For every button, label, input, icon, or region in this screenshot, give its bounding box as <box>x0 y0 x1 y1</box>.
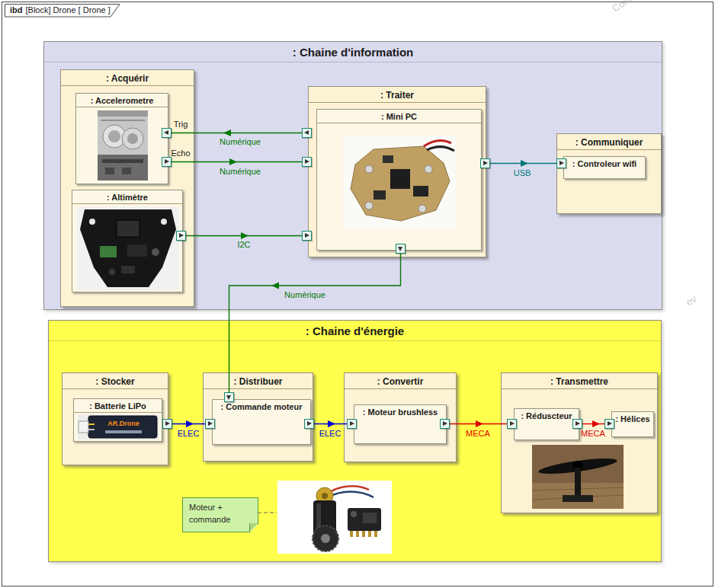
convertir-title: : Convertir <box>345 373 456 389</box>
link-label-numerique-trig: Numérique <box>206 137 274 146</box>
acquerir-title: : Acquérir <box>61 70 194 86</box>
distribuer-title: : Distribuer <box>204 373 313 389</box>
block-commande-moteur[interactable]: : Commande moteur <box>212 399 311 445</box>
note-moteur-commande[interactable]: Moteur + commande <box>182 497 258 532</box>
note-text: Moteur + commande <box>189 503 230 524</box>
battery-photo: AR.Drone <box>78 414 159 439</box>
altimetre-title: : Altimètre <box>72 190 182 204</box>
reducteur-title: : Réduscteur <box>515 409 579 422</box>
link-label-numerique-down: Numérique <box>274 290 335 299</box>
block-accelerometre[interactable]: : Accelerometre <box>75 93 168 184</box>
port-i2c-sensor[interactable] <box>176 231 186 241</box>
port-meca-moteur-out[interactable] <box>440 419 450 429</box>
port-usb-wifi[interactable] <box>556 158 566 168</box>
batterie-lipo-title: : Batterie LiPo <box>74 399 162 413</box>
port-elec-commande-out[interactable] <box>304 419 314 429</box>
port-usb-pc[interactable] <box>480 158 490 168</box>
block-distribuer[interactable]: : Distribuer : Commande moteur <box>203 372 313 462</box>
port-elec-stocker[interactable] <box>162 419 172 429</box>
battery-photo-icon: AR.Drone <box>78 414 159 439</box>
stocker-title: : Stocker <box>63 373 168 389</box>
accelerometer-photo <box>98 110 148 181</box>
mini-pc-photo-icon <box>343 136 456 228</box>
battery-brand-label: AR.Drone <box>107 420 139 427</box>
chaine-energie-title: : Chaine d'énergie <box>49 321 661 341</box>
altimeter-photo-icon <box>77 206 179 290</box>
tab-title: [Block] Drone [ Drone ] <box>26 5 111 14</box>
block-helices[interactable]: : Hélices <box>611 411 654 437</box>
block-batterie-lipo[interactable]: : Batterie LiPo AR.Drone <box>73 398 162 442</box>
port-meca-helices-in[interactable] <box>604 419 614 429</box>
port-i2c-pc[interactable] <box>302 231 312 241</box>
motor-photo-icon <box>277 481 392 554</box>
block-chaine-energie[interactable]: : Chaine d'énergie : Stocker : Batterie … <box>48 320 662 562</box>
block-altimetre[interactable]: : Altimètre <box>72 190 183 292</box>
block-traiter[interactable]: : Traiter : Mini PC <box>308 86 486 257</box>
port-meca-reducteur-in[interactable] <box>507 419 517 429</box>
tab-keyword: ibd <box>10 5 23 14</box>
traiter-title: : Traiter <box>309 87 486 103</box>
link-label-meca-2: MECA <box>570 429 616 438</box>
block-stocker[interactable]: : Stocker : Batterie LiPo AR.Drone <box>62 372 168 465</box>
link-label-i2c: I2C <box>217 240 271 249</box>
accelerometre-title: : Accelerometre <box>76 94 168 107</box>
link-label-meca-1: MECA <box>455 429 501 438</box>
link-label-echo: Echo <box>168 149 194 158</box>
link-label-trig: Trig <box>168 120 194 129</box>
port-echo-sensor[interactable] <box>162 157 172 167</box>
port-elec-moteur-in[interactable] <box>347 419 357 429</box>
mini-pc-title: : Mini PC <box>317 110 481 123</box>
block-moteur-brushless[interactable]: : Moteur brushless <box>354 404 447 444</box>
link-label-numerique-echo: Numérique <box>206 167 274 176</box>
port-echo-pc[interactable] <box>302 157 312 167</box>
note-fold-icon <box>249 523 258 532</box>
block-transmettre[interactable]: : Transmettre : Réduscteur : Hélices <box>501 372 658 513</box>
block-convertir[interactable]: : Convertir : Moteur brushless <box>344 372 457 462</box>
mini-pc-photo <box>343 136 456 228</box>
helices-title: : Hélices <box>612 412 653 425</box>
altimeter-photo <box>77 206 179 290</box>
controleur-wifi-title: : Controleur wifi <box>564 157 645 170</box>
block-controleur-wifi[interactable]: : Controleur wifi <box>563 156 646 179</box>
block-communiquer[interactable]: : Communiquer : Controleur wifi <box>556 133 662 214</box>
port-trig-sensor[interactable] <box>162 128 172 138</box>
port-numerique-pc[interactable] <box>396 244 406 254</box>
diagram-canvas: ibd[Block] Drone [ Drone ] Commercial ev… <box>0 0 715 588</box>
port-trig-pc[interactable] <box>302 128 312 138</box>
communiquer-title: : Communiquer <box>557 134 661 150</box>
link-label-elec-1: ELEC <box>165 429 211 438</box>
accelerometer-photo-icon <box>98 110 148 181</box>
block-chaine-information[interactable]: : Chaine d'information : Acquérir : Acce… <box>43 41 662 310</box>
transmettre-title: : Transmettre <box>502 373 657 389</box>
moteur-brushless-title: : Moteur brushless <box>354 405 446 418</box>
propeller-photo-icon <box>532 445 624 509</box>
propeller-photo <box>532 445 624 509</box>
motor-photo <box>277 481 392 554</box>
port-elec-commande-in[interactable] <box>205 419 215 429</box>
block-mini-pc[interactable]: : Mini PC <box>316 109 482 251</box>
port-numerique-commande[interactable] <box>224 392 234 402</box>
port-meca-reducteur-out[interactable] <box>572 419 582 429</box>
chaine-information-title: : Chaine d'information <box>44 42 662 62</box>
link-label-usb: USB <box>495 168 549 177</box>
block-acquerir[interactable]: : Acquérir : Accelerometre <box>60 69 194 307</box>
link-label-elec-2: ELEC <box>307 429 353 438</box>
tab-label: ibd[Block] Drone [ Drone ] <box>10 5 111 14</box>
diagram-tab: ibd[Block] Drone [ Drone ] <box>5 4 120 18</box>
